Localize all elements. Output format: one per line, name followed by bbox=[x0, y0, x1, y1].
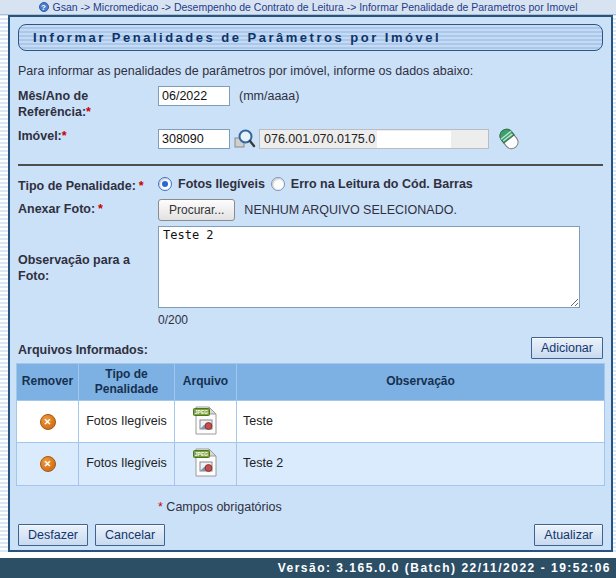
browse-file-button[interactable]: Procurar... bbox=[158, 199, 235, 221]
files-section-label: Arquivos Informados: bbox=[18, 343, 148, 359]
mes-ano-label: Mês/Ano de Referência:* bbox=[18, 86, 158, 121]
section-divider bbox=[18, 164, 603, 166]
observacao-textarea[interactable]: Teste 2 bbox=[158, 226, 580, 308]
file-observacao-cell: Teste 2 bbox=[237, 443, 605, 486]
anexar-foto-row: Anexar Foto:* Procurar... NENHUM ARQUIVO… bbox=[18, 199, 603, 221]
imovel-matricula-field: 076.001.070.0175.0 bbox=[259, 129, 489, 149]
svg-text:JPEG: JPEG bbox=[195, 451, 208, 457]
radio-erro-leitura[interactable] bbox=[271, 177, 285, 191]
observacao-row: Observação para a Foto: Teste 2 bbox=[18, 226, 603, 308]
col-header-remover: Remover bbox=[17, 363, 79, 400]
radio-fotos-ilegiveis[interactable] bbox=[158, 177, 172, 191]
help-icon[interactable]: ? bbox=[39, 2, 49, 12]
tipo-penalidade-label: Tipo de Penalidade:* bbox=[18, 176, 158, 194]
page-title: Informar Penalidades de Parâmetros por I… bbox=[33, 30, 441, 45]
required-asterisk: * bbox=[86, 105, 91, 119]
version-text: Versão: 3.165.0.0 (Batch) 22/11/2022 - 1… bbox=[278, 561, 611, 575]
title-bar: Informar Penalidades de Parâmetros por I… bbox=[18, 24, 603, 51]
char-counter: 0/200 bbox=[158, 313, 188, 327]
imovel-label: Imóvel:* bbox=[18, 126, 158, 144]
version-footer: Versão: 3.165.0.0 (Batch) 22/11/2022 - 1… bbox=[0, 558, 616, 578]
file-tipo-cell: Fotos Ilegíveis bbox=[79, 443, 175, 486]
breadcrumb: ? Gsan -> Micromedicao -> Desempenho de … bbox=[0, 0, 616, 15]
mes-ano-format-hint: (mm/aaaa) bbox=[239, 86, 299, 106]
observacao-label: Observação para a Foto: bbox=[18, 250, 158, 285]
undo-button[interactable]: Desfazer bbox=[18, 524, 88, 546]
files-table-header-row: Remover Tipo de Penalidade Arquivo Obser… bbox=[17, 363, 605, 400]
svg-text:JPEG: JPEG bbox=[195, 409, 208, 415]
tipo-penalidade-row: Tipo de Penalidade:* Fotos Ilegíveis Err… bbox=[18, 176, 603, 194]
required-asterisk: * bbox=[139, 179, 144, 193]
table-row: ✕ Fotos Ilegíveis JPEG Teste 2 bbox=[17, 443, 605, 486]
anexar-foto-label: Anexar Foto:* bbox=[18, 199, 158, 217]
jpeg-file-icon[interactable]: JPEG bbox=[192, 424, 219, 438]
file-tipo-cell: Fotos Ilegíveis bbox=[79, 400, 175, 443]
required-fields-note: * Campos obrigatórios bbox=[158, 500, 605, 514]
table-row: ✕ Fotos Ilegíveis JPEG Teste bbox=[17, 400, 605, 443]
cancel-button[interactable]: Cancelar bbox=[95, 524, 165, 546]
form-instructions: Para informar as penalidades de parâmetr… bbox=[18, 64, 603, 78]
files-table: Remover Tipo de Penalidade Arquivo Obser… bbox=[16, 363, 605, 486]
main-panel: Informar Penalidades de Parâmetros por I… bbox=[8, 15, 613, 552]
matricula-highlight bbox=[377, 131, 451, 148]
imovel-row: Imóvel:* 076.001.070.0175.0 bbox=[18, 126, 603, 152]
col-header-observacao: Observação bbox=[237, 363, 605, 400]
required-asterisk: * bbox=[98, 202, 103, 216]
eraser-icon[interactable] bbox=[497, 126, 521, 152]
add-file-button[interactable]: Adicionar bbox=[531, 337, 603, 359]
imovel-matricula-value: 076.001.070.0175.0 bbox=[264, 132, 375, 146]
files-section-header: Arquivos Informados: Adicionar bbox=[18, 337, 603, 359]
file-observacao-cell: Teste bbox=[237, 400, 605, 443]
radio-erro-leitura-label: Erro na Leitura do Cód. Barras bbox=[291, 177, 473, 191]
jpeg-file-icon[interactable]: JPEG bbox=[192, 466, 219, 480]
required-asterisk: * bbox=[62, 129, 67, 143]
radio-fotos-ilegiveis-label: Fotos Ilegíveis bbox=[178, 177, 265, 191]
file-selected-status: NENHUM ARQUIVO SELECIONADO. bbox=[244, 199, 457, 221]
col-header-arquivo: Arquivo bbox=[175, 363, 237, 400]
imovel-input[interactable] bbox=[158, 129, 230, 149]
mes-ano-row: Mês/Ano de Referência:* (mm/aaaa) bbox=[18, 86, 603, 121]
search-icon[interactable] bbox=[234, 128, 256, 150]
update-button[interactable]: Atualizar bbox=[534, 524, 603, 546]
observacao-counter-row: 0/200 bbox=[18, 313, 603, 327]
breadcrumb-trail[interactable]: Gsan -> Micromedicao -> Desempenho de Co… bbox=[53, 1, 578, 13]
mes-ano-input[interactable] bbox=[158, 86, 230, 106]
action-buttons: Desfazer Cancelar Atualizar bbox=[18, 524, 603, 546]
remove-file-icon[interactable]: ✕ bbox=[40, 456, 56, 472]
remove-file-icon[interactable]: ✕ bbox=[40, 414, 56, 430]
col-header-tipo: Tipo de Penalidade bbox=[79, 363, 175, 400]
